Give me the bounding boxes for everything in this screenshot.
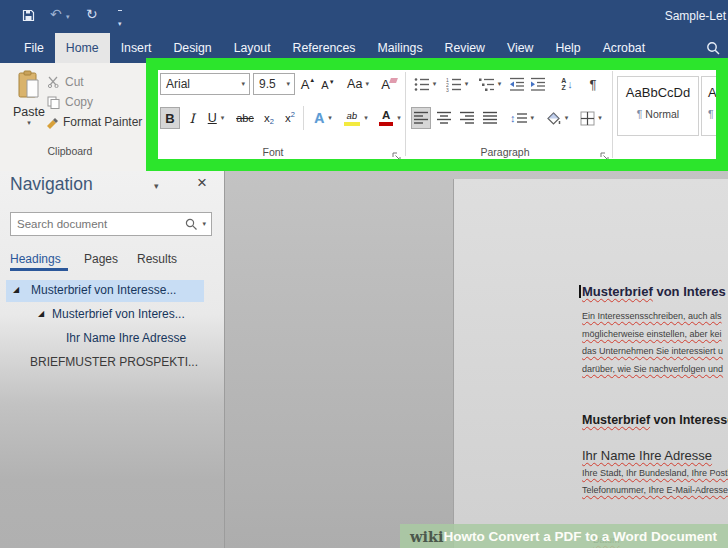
text-cursor [579,285,581,298]
navigation-options-dropdown-icon[interactable]: ▾ [154,181,159,191]
paste-button[interactable]: Paste ▾ [10,70,48,136]
cut-button[interactable]: Cut [47,75,84,89]
scissors-icon [47,76,60,88]
paste-dropdown-icon: ▾ [10,119,48,127]
tab-file[interactable]: File [13,33,55,63]
doc-address-line3: Telefonnummer, Ihre E-Mail-Adresse, [582,485,728,495]
nav-tab-headings[interactable]: Headings [10,252,61,266]
clipboard-group-label: Clipboard [18,145,122,157]
nav-tab-results[interactable]: Results [137,252,177,266]
undo-icon[interactable]: ↶ [50,7,62,21]
watermark-title-text: to Convert a PDF to a Word Document [472,529,717,544]
nav-heading-label: Ihr Name Ihre Adresse [66,331,186,345]
cut-label: Cut [65,75,84,89]
document-title: Sample-Let [665,9,726,23]
save-icon[interactable] [22,8,35,26]
navigation-pane-title: Navigation [10,174,93,195]
wikihow-watermark: wikiHow to Convert a PDF to a Word Docum… [400,524,728,548]
doc-address-name: Ihr Name Ihre Adresse [582,448,712,463]
doc-heading-2: Musterbrief von Interesse A [582,413,728,427]
nav-heading-item[interactable]: BRIEFMUSTER PROSPEKTI... [6,352,204,374]
nav-heading-item[interactable]: ◢Musterbrief von Interes... [6,304,204,326]
paste-label: Paste [10,105,48,119]
watermark-wiki-text: wiki [410,528,444,545]
nav-tab-pages[interactable]: Pages [84,252,118,266]
search-document-input[interactable] [11,217,185,231]
nav-heading-label: Musterbrief von Interesse... [31,283,176,297]
doc-heading-1: Musterbrief von Interes [582,284,726,299]
watermark-how-text: How [444,529,473,544]
highlight-box [146,58,728,171]
search-options-dropdown-icon[interactable]: ▾ [202,220,206,228]
nav-heading-item[interactable]: Ihr Name Ihre Adresse [6,328,204,350]
nav-heading-label: Musterbrief von Interes... [52,307,185,321]
navigation-close-icon[interactable]: × [197,173,207,193]
doc-heading-1-word: Musterbrief [582,284,653,299]
doc-body-line: darüber, wie Sie nachverfolgen und [582,364,723,374]
collapse-triangle-icon[interactable]: ◢ [38,309,44,318]
word-window: ↶ ▾ ↻ ▾ Sample-Let FileHomeInsertDesignL… [0,0,728,548]
copy-button[interactable]: Copy [47,95,93,109]
paste-icon [17,70,41,100]
tab-home[interactable]: Home [55,33,110,63]
nav-tab-active-underline [10,268,68,271]
format-painter-button[interactable]: Format Painter [45,115,146,129]
doc-body-line: das Unternehmen Sie interessiert u [582,346,723,356]
search-document-icon[interactable] [185,218,198,231]
doc-address-line2: Ihre Stadt, Ihr Bundesland, Ihre Postle [582,468,728,478]
search-document-box[interactable]: ▾ [10,212,212,236]
doc-heading-1-rest: von Interes [653,284,726,299]
doc-body-line: möglicherweise einstellen, aber kei [582,329,722,339]
copy-label: Copy [65,95,93,109]
format-painter-label: Format Painter [63,115,142,129]
undo-dropdown-icon[interactable]: ▾ [66,13,70,21]
doc-heading-2-word: Musterbrief [582,413,650,427]
copy-icon [47,96,60,109]
doc-heading-2-rest: von Interesse A [650,413,728,427]
format-painter-icon [45,115,59,129]
nav-heading-label: BRIEFMUSTER PROSPEKTI... [30,355,198,369]
customize-quick-access-icon[interactable]: ▾ [118,10,122,30]
collapse-triangle-icon[interactable]: ◢ [13,285,19,294]
doc-body-line: Ein Interessensschreiben, auch als [582,311,722,321]
nav-heading-item[interactable]: ◢Musterbrief von Interesse... [6,280,204,302]
redo-icon[interactable]: ↻ [86,7,98,21]
